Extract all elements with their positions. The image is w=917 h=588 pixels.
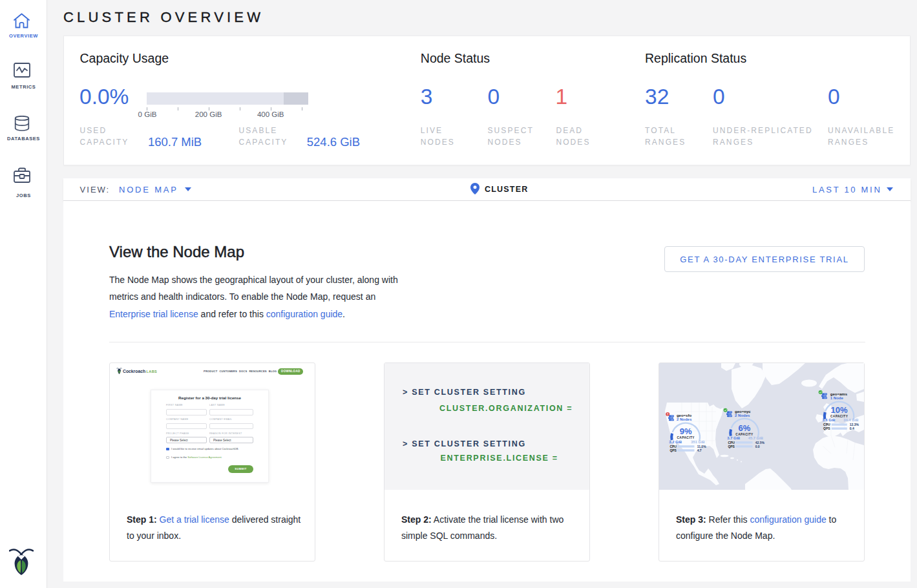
svg-text:QPS: QPS xyxy=(728,445,735,448)
svg-text:2 Nodes: 2 Nodes xyxy=(735,414,750,417)
svg-text:CAPACITY: CAPACITY xyxy=(677,436,695,439)
svg-text:0.0: 0.0 xyxy=(755,445,760,448)
svg-text:QPS: QPS xyxy=(669,448,677,452)
svg-text:10%: 10% xyxy=(831,405,848,415)
svg-text:11.0%: 11.0% xyxy=(697,445,706,448)
svg-text:CPU: CPU xyxy=(669,445,677,448)
svg-text:QPS: QPS xyxy=(823,426,830,430)
svg-text:3.6 GiB: 3.6 GiB xyxy=(823,418,836,422)
svg-text:34.4 GiB: 34.4 GiB xyxy=(843,418,858,422)
svg-text:9%: 9% xyxy=(680,426,692,436)
svg-text:3.7 GiB: 3.7 GiB xyxy=(727,436,740,440)
svg-text:351 GiB: 351 GiB xyxy=(691,440,705,444)
svg-text:45.7 GiB: 45.7 GiB xyxy=(748,436,763,440)
svg-text:CPU: CPU xyxy=(728,441,735,445)
svg-text:0.4: 0.4 xyxy=(850,426,854,430)
svg-text:1 Node: 1 Node xyxy=(830,396,844,400)
svg-text:3.2 GiB: 3.2 GiB xyxy=(669,440,682,444)
svg-text:CPU: CPU xyxy=(823,423,830,426)
svg-text:4.7: 4.7 xyxy=(697,448,702,452)
svg-text:42.5%: 42.5% xyxy=(755,441,765,445)
svg-text:12.3%: 12.3% xyxy=(850,423,859,426)
svg-text:2 Nodes: 2 Nodes xyxy=(677,417,692,421)
svg-text:6%: 6% xyxy=(739,423,751,433)
